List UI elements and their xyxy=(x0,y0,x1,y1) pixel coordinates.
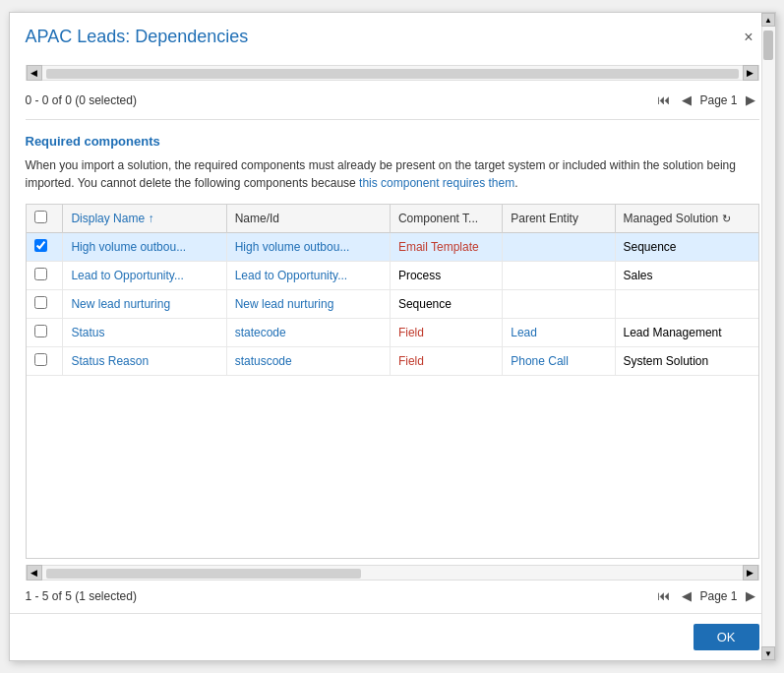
row-name-id[interactable]: statecode xyxy=(226,319,390,347)
row-checkbox-cell xyxy=(27,262,63,290)
side-scroll-thumb[interactable] xyxy=(763,31,773,60)
bottom-prev-page-btn[interactable]: ◀ xyxy=(678,586,695,605)
th-parent-entity[interactable]: Parent Entity xyxy=(503,205,615,233)
top-page-label: Page 1 xyxy=(699,93,737,107)
row-display-name[interactable]: Status Reason xyxy=(63,347,226,376)
top-pagination-controls: ⏮ ◀ Page 1 ▶ xyxy=(653,91,758,109)
row-component-type: Email Template xyxy=(390,233,502,262)
th-managed-solution[interactable]: Managed Solution ↻ xyxy=(615,205,758,233)
row-checkbox[interactable] xyxy=(34,239,47,252)
bottom-scrollbar[interactable]: ◀ ▶ xyxy=(26,565,759,581)
row-name-id[interactable]: statuscode xyxy=(226,347,390,376)
row-checkbox[interactable] xyxy=(34,268,47,280)
table-body: High volume outbou...High volume outbou.… xyxy=(27,233,758,376)
row-parent-entity xyxy=(503,233,615,262)
table-row[interactable]: Lead to Opportunity...Lead to Opportunit… xyxy=(27,262,758,290)
bottom-pagination-bar: 1 - 5 of 5 (1 selected) ⏮ ◀ Page 1 ▶ xyxy=(26,581,759,613)
row-checkbox-cell xyxy=(27,290,63,319)
close-button[interactable]: × xyxy=(738,28,758,47)
row-display-name[interactable]: New lead nurturing xyxy=(63,290,226,319)
scroll-left-arrow[interactable]: ◀ xyxy=(27,65,42,81)
row-managed-solution: Sequence xyxy=(615,233,758,262)
top-pagination-bar: 0 - 0 of 0 (0 selected) ⏮ ◀ Page 1 ▶ xyxy=(26,87,759,120)
row-component-type: Field xyxy=(390,347,502,376)
bottom-page-label: Page 1 xyxy=(699,589,737,603)
bottom-next-page-btn[interactable]: ▶ xyxy=(742,586,759,605)
row-checkbox[interactable] xyxy=(34,325,47,337)
table-row[interactable]: Status ReasonstatuscodeFieldPhone CallSy… xyxy=(27,347,758,376)
refresh-icon: ↻ xyxy=(722,213,731,224)
select-all-checkbox[interactable] xyxy=(34,211,47,223)
required-components-title: Required components xyxy=(26,134,759,149)
section-description: When you import a solution, the required… xyxy=(26,156,759,192)
bottom-scroll-left[interactable]: ◀ xyxy=(27,565,42,581)
top-scrollbar[interactable]: ◀ ▶ xyxy=(26,65,759,81)
bottom-pagination-controls: ⏮ ◀ Page 1 ▶ xyxy=(653,586,758,605)
side-scroll-up[interactable]: ▲ xyxy=(761,13,775,27)
bottom-first-page-btn[interactable]: ⏮ xyxy=(653,586,674,605)
dialog-body: ◀ ▶ 0 - 0 of 0 (0 selected) ⏮ ◀ Page 1 ▶… xyxy=(10,57,775,613)
table-header-row: Display Name ↑ Name/Id Component T... Pa… xyxy=(27,205,758,233)
row-component-type: Sequence xyxy=(390,290,502,319)
table-row[interactable]: High volume outbou...High volume outbou.… xyxy=(27,233,758,262)
row-parent-entity xyxy=(503,290,615,319)
row-managed-solution xyxy=(615,290,758,319)
row-managed-solution: Sales xyxy=(615,262,758,290)
table-row[interactable]: New lead nurturingNew lead nurturingSequ… xyxy=(27,290,758,319)
row-parent-entity[interactable]: Lead xyxy=(503,319,615,347)
dialog-title: APAC Leads: Dependencies xyxy=(26,27,249,47)
row-checkbox-cell xyxy=(27,319,63,347)
row-parent-entity[interactable]: Phone Call xyxy=(503,347,615,376)
dependencies-dialog: APAC Leads: Dependencies × ◀ ▶ 0 - 0 of … xyxy=(9,12,776,661)
row-checkbox[interactable] xyxy=(34,353,47,366)
section-desc-highlight: this component requires them xyxy=(359,176,514,190)
th-display-name[interactable]: Display Name ↑ xyxy=(63,205,226,233)
scroll-track-top xyxy=(46,69,739,79)
top-first-page-btn[interactable]: ⏮ xyxy=(653,91,674,109)
row-checkbox-cell xyxy=(27,347,63,376)
bottom-scroll-right[interactable]: ▶ xyxy=(743,565,758,581)
row-name-id[interactable]: Lead to Opportunity... xyxy=(226,262,390,290)
row-component-type: Field xyxy=(390,319,502,347)
row-display-name[interactable]: Lead to Opportunity... xyxy=(63,262,226,290)
row-name-id[interactable]: New lead nurturing xyxy=(226,290,390,319)
th-name-id[interactable]: Name/Id xyxy=(226,205,390,233)
side-scrollbar[interactable]: ▲ ▼ xyxy=(761,13,775,660)
row-parent-entity xyxy=(503,262,615,290)
th-checkbox xyxy=(27,205,63,233)
row-name-id[interactable]: High volume outbou... xyxy=(226,233,390,262)
row-component-type: Process xyxy=(390,262,502,290)
row-managed-solution: Lead Management xyxy=(615,319,758,347)
bottom-scroll-thumb[interactable] xyxy=(46,569,361,579)
dialog-footer: OK xyxy=(10,613,775,660)
top-next-page-btn[interactable]: ▶ xyxy=(742,91,759,109)
top-record-count: 0 - 0 of 0 (0 selected) xyxy=(26,93,137,107)
dialog-titlebar: APAC Leads: Dependencies × xyxy=(10,13,775,57)
row-display-name[interactable]: Status xyxy=(63,319,226,347)
dependencies-table: Display Name ↑ Name/Id Component T... Pa… xyxy=(27,205,758,376)
top-prev-page-btn[interactable]: ◀ xyxy=(678,91,695,109)
scroll-right-arrow[interactable]: ▶ xyxy=(743,65,758,81)
table-row[interactable]: StatusstatecodeFieldLeadLead Management xyxy=(27,319,758,347)
row-checkbox[interactable] xyxy=(34,296,47,309)
th-component-type[interactable]: Component T... xyxy=(390,205,502,233)
row-display-name[interactable]: High volume outbou... xyxy=(63,233,226,262)
dependencies-table-container: Display Name ↑ Name/Id Component T... Pa… xyxy=(26,204,759,559)
bottom-record-count: 1 - 5 of 5 (1 selected) xyxy=(26,589,137,603)
ok-button[interactable]: OK xyxy=(694,624,759,650)
side-scroll-down[interactable]: ▼ xyxy=(761,646,775,660)
row-checkbox-cell xyxy=(27,233,63,262)
row-managed-solution: System Solution xyxy=(615,347,758,376)
